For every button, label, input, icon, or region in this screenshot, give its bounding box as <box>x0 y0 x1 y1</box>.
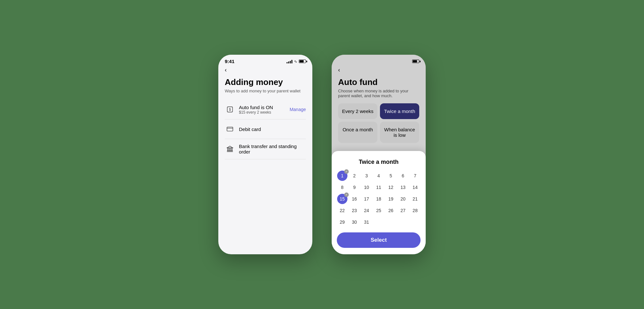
status-bar-1: 9:41 ∿ <box>218 55 312 67</box>
cal-day-23[interactable]: 23 <box>349 205 360 216</box>
freq-when-balance-low[interactable]: When balance is low <box>380 122 419 143</box>
battery-icon-2 <box>412 60 419 63</box>
svg-marker-4 <box>227 146 233 148</box>
debit-card-text: Debit card <box>239 126 306 132</box>
dollar-circle-icon: $ <box>226 106 233 113</box>
cal-day-29[interactable]: 29 <box>337 217 347 227</box>
cal-day-10[interactable]: 10 <box>361 182 372 192</box>
freq-every-2-weeks[interactable]: Every 2 weeks <box>338 103 377 119</box>
cal-day-13[interactable]: 13 <box>398 182 408 192</box>
svg-text:$: $ <box>229 108 231 111</box>
bank-building-icon <box>226 145 233 153</box>
cal-day-27[interactable]: 27 <box>398 205 408 216</box>
sheet-title: Twice a month <box>337 159 421 165</box>
calendar-grid: 1 2 3 4 5 6 7 8 9 10 11 12 13 14 15 16 1… <box>337 171 421 227</box>
menu-item-auto-fund[interactable]: $ Auto fund is ON $15 every 2 weeks Mana… <box>225 100 306 119</box>
bottom-sheet: Twice a month 1 2 3 4 5 6 7 8 9 10 11 12… <box>332 151 426 254</box>
cal-day-9[interactable]: 9 <box>349 182 360 192</box>
freq-once-month[interactable]: Once a month <box>338 122 377 143</box>
page-subtitle-2: Choose when money is added to your paren… <box>338 89 419 98</box>
page-title-1: Adding money <box>225 77 306 87</box>
cal-day-4[interactable]: 4 <box>374 171 384 181</box>
empty-1 <box>373 217 384 227</box>
cal-day-25[interactable]: 25 <box>374 205 384 216</box>
page-subtitle-1: Ways to add money to your parent wallet <box>225 89 306 93</box>
svg-rect-5 <box>228 148 229 151</box>
empty-2 <box>385 217 396 227</box>
phone-auto-fund: 9:41 ∿ ‹ Auto fund Choose when money is … <box>332 55 426 254</box>
cal-day-14[interactable]: 14 <box>410 182 420 192</box>
battery-icon-1 <box>299 60 306 63</box>
cal-day-12[interactable]: 12 <box>386 182 396 192</box>
status-icons-1: ∿ <box>287 59 306 64</box>
cal-day-21[interactable]: 21 <box>410 194 420 204</box>
cal-day-1[interactable]: 1 <box>337 171 347 181</box>
auto-fund-title: Auto fund is ON <box>239 105 289 110</box>
debit-card-icon <box>225 124 235 134</box>
cal-day-31[interactable]: 31 <box>361 217 372 227</box>
cal-day-19[interactable]: 19 <box>386 194 396 204</box>
empty-4 <box>410 217 420 227</box>
cal-day-2[interactable]: 2 <box>349 171 360 181</box>
cal-day-17[interactable]: 17 <box>361 194 372 204</box>
back-button-2[interactable]: ‹ <box>338 67 419 73</box>
phones-container: 9:41 ∿ ‹ Adding money Ways to add money … <box>218 55 426 254</box>
manage-button[interactable]: Manage <box>289 107 306 112</box>
cal-day-8[interactable]: 8 <box>337 182 347 192</box>
card-icon <box>226 126 233 133</box>
cal-day-3[interactable]: 3 <box>361 171 372 181</box>
cal-day-7[interactable]: 7 <box>410 171 420 181</box>
svg-rect-7 <box>232 148 232 151</box>
frequency-options: Every 2 weeks Twice a month Once a month… <box>338 103 419 143</box>
signal-icon-1 <box>287 60 292 63</box>
status-time-1: 9:41 <box>225 59 234 64</box>
freq-twice-month[interactable]: Twice a month <box>380 103 419 119</box>
cal-day-6[interactable]: 6 <box>398 171 408 181</box>
auto-fund-icon: $ <box>225 104 235 115</box>
back-button-1[interactable]: ‹ <box>225 67 306 73</box>
select-button[interactable]: Select <box>337 232 421 248</box>
wifi-icon-1: ∿ <box>294 59 297 64</box>
svg-rect-6 <box>230 148 231 151</box>
phone2-main-content: ‹ Auto fund Choose when money is added t… <box>332 67 426 143</box>
cal-day-26[interactable]: 26 <box>386 205 396 216</box>
cal-day-28[interactable]: 28 <box>410 205 420 216</box>
menu-item-bank-transfer[interactable]: Bank transfer and standing order <box>225 139 306 159</box>
phone-adding-money: 9:41 ∿ ‹ Adding money Ways to add money … <box>218 55 312 254</box>
auto-fund-text: Auto fund is ON $15 every 2 weeks <box>239 105 289 115</box>
cal-day-11[interactable]: 11 <box>374 182 384 192</box>
cal-day-22[interactable]: 22 <box>337 205 347 216</box>
debit-card-title: Debit card <box>239 126 306 132</box>
bank-transfer-text: Bank transfer and standing order <box>239 144 306 154</box>
menu-item-debit-card[interactable]: Debit card <box>225 119 306 139</box>
svg-rect-2 <box>227 127 233 131</box>
bank-transfer-title: Bank transfer and standing order <box>239 144 306 154</box>
phone1-content: ‹ Adding money Ways to add money to your… <box>218 67 312 166</box>
cal-day-15[interactable]: 15 <box>337 194 347 204</box>
page-title-2: Auto fund <box>338 77 419 87</box>
cal-day-20[interactable]: 20 <box>398 194 408 204</box>
cal-day-16[interactable]: 16 <box>349 194 360 204</box>
cal-day-24[interactable]: 24 <box>361 205 372 216</box>
bank-icon <box>225 144 235 154</box>
cal-day-30[interactable]: 30 <box>349 217 360 227</box>
auto-fund-subtitle: $15 every 2 weeks <box>239 110 289 115</box>
empty-3 <box>398 217 408 227</box>
cal-day-18[interactable]: 18 <box>374 194 384 204</box>
cal-day-5[interactable]: 5 <box>386 171 396 181</box>
